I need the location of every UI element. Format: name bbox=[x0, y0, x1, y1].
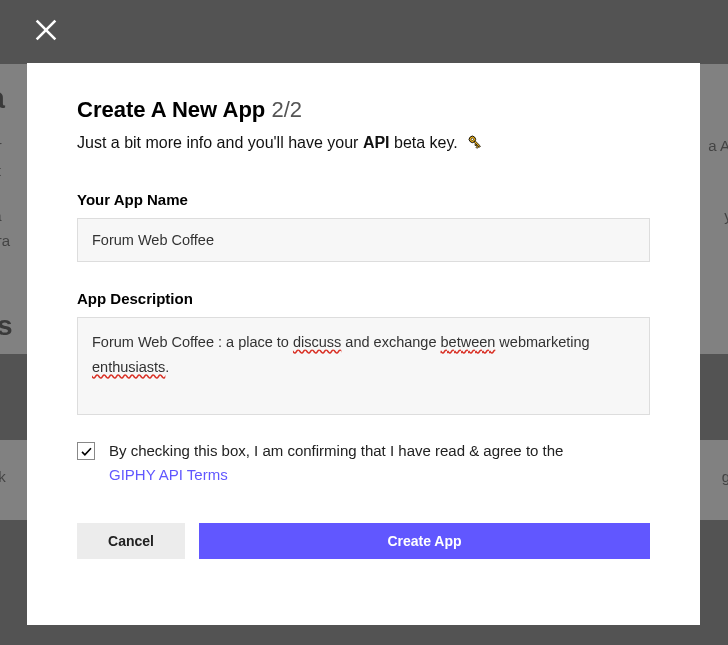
app-description-input[interactable]: Forum Web Coffee : a place to discuss an… bbox=[77, 317, 650, 415]
close-icon[interactable] bbox=[32, 16, 60, 44]
modal-title-text: Create A New App bbox=[77, 97, 265, 122]
svg-rect-6 bbox=[475, 144, 477, 146]
terms-checkbox[interactable] bbox=[77, 442, 95, 460]
modal-step: 2/2 bbox=[271, 97, 302, 122]
create-app-modal: Create A New App 2/2 Just a bit more inf… bbox=[27, 63, 700, 625]
svg-rect-5 bbox=[476, 146, 479, 149]
consent-row: By checking this box, I am confirming th… bbox=[77, 439, 650, 487]
app-name-input[interactable] bbox=[77, 218, 650, 262]
create-app-button[interactable]: Create App bbox=[199, 523, 650, 559]
consent-text: By checking this box, I am confirming th… bbox=[109, 439, 563, 487]
app-name-label: Your App Name bbox=[77, 191, 650, 208]
api-terms-link[interactable]: GIPHY API Terms bbox=[109, 466, 228, 483]
key-icon bbox=[466, 133, 484, 155]
button-row: Cancel Create App bbox=[77, 523, 650, 559]
modal-subtitle: Just a bit more info and you'll have you… bbox=[77, 133, 650, 155]
cancel-button[interactable]: Cancel bbox=[77, 523, 185, 559]
modal-title: Create A New App 2/2 bbox=[77, 97, 650, 123]
app-description-label: App Description bbox=[77, 290, 650, 307]
page-overlay: oa our a AP bet rea yo ogra ps s lik g y… bbox=[0, 0, 728, 645]
